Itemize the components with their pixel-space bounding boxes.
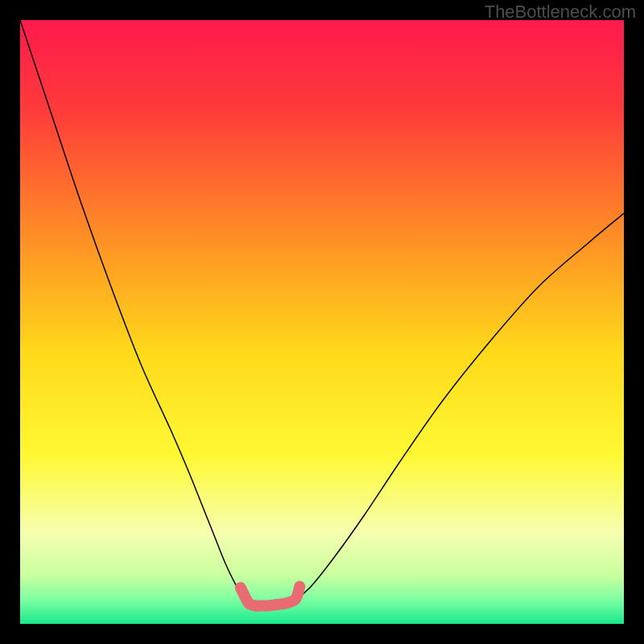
gradient-background <box>20 20 624 624</box>
chart-svg <box>20 20 624 624</box>
bottleneck-chart <box>20 20 624 624</box>
watermark-text: TheBottleneck.com <box>485 2 636 23</box>
